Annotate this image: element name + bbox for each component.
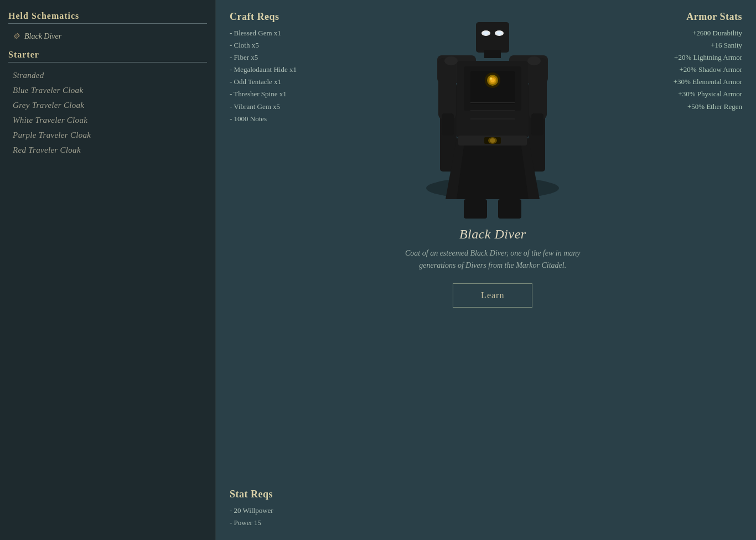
craft-stat-column: Craft Reqs - Blessed Gem x1 - Cloth x5 -…: [230, 11, 387, 529]
armor-stat-0: +2600 Durability: [598, 27, 742, 39]
svg-marker-24: [457, 138, 529, 199]
schematic-icon: ⚙: [13, 32, 20, 41]
svg-rect-19: [438, 58, 456, 119]
armor-stats-column: Armor Stats +2600 Durability +16 Sanity …: [598, 11, 742, 529]
armor-stat-2: +20% Lightning Armor: [598, 51, 742, 64]
craft-req-3: - Megalodaunt Hide x1: [230, 64, 387, 76]
right-panel: Craft Reqs - Blessed Gem x1 - Cloth x5 -…: [216, 0, 756, 540]
svg-point-34: [444, 56, 458, 65]
armor-stat-4: +30% Elemental Armor: [598, 76, 742, 88]
craft-req-6: - Vibrant Gem x5: [230, 101, 387, 113]
starter-divider: [8, 62, 207, 63]
character-preview-column: Black Diver Coat of an esteemed Black Di…: [398, 11, 587, 529]
list-item-blue-traveler-cloak[interactable]: Blue Traveler Cloak: [8, 83, 207, 98]
left-panel: Held Schematics ⚙ Black Diver Starter St…: [0, 0, 216, 540]
stat-req-1: - Power 15: [230, 517, 387, 529]
svg-point-28: [490, 138, 495, 143]
held-schematics-divider: [8, 23, 207, 24]
svg-point-12: [490, 77, 492, 80]
list-item-white-traveler-cloak[interactable]: White Traveler Cloak: [8, 113, 207, 128]
held-schematic-item-black-diver[interactable]: ⚙ Black Diver: [8, 29, 207, 43]
list-item-red-traveler-cloak[interactable]: Red Traveler Cloak: [8, 143, 207, 158]
item-info-bottom: Black Diver Coat of an esteemed Black Di…: [398, 227, 587, 308]
learn-button[interactable]: Learn: [453, 283, 532, 308]
craft-req-0: - Blessed Gem x1: [230, 27, 387, 39]
armor-stat-6: +50% Ether Regen: [598, 101, 742, 113]
list-item-purple-traveler-cloak[interactable]: Purple Traveler Cloak: [8, 128, 207, 143]
item-description: Coat of an esteemed Black Diver, one of …: [398, 247, 587, 272]
held-schematics-header: Held Schematics: [8, 11, 207, 21]
armor-stat-1: +16 Sanity: [598, 39, 742, 51]
stat-req-0: - 20 Willpower: [230, 505, 387, 517]
svg-rect-30: [498, 199, 521, 219]
craft-req-5: - Thresher Spine x1: [230, 88, 387, 100]
armor-stats-section: Armor Stats +2600 Durability +16 Sanity …: [598, 11, 742, 113]
armor-stats-title: Armor Stats: [598, 11, 742, 23]
character-preview: [398, 11, 587, 221]
list-item-grey-traveler-cloak[interactable]: Grey Traveler Cloak: [8, 98, 207, 113]
craft-reqs-section: Craft Reqs - Blessed Gem x1 - Cloth x5 -…: [230, 11, 387, 475]
character-svg: [398, 11, 587, 221]
svg-rect-29: [464, 199, 487, 219]
held-schematic-label: Black Diver: [24, 32, 61, 41]
svg-rect-2: [484, 50, 501, 58]
svg-rect-22: [531, 113, 543, 136]
svg-point-35: [527, 56, 541, 65]
craft-req-1: - Cloth x5: [230, 39, 387, 51]
svg-point-16: [496, 32, 502, 35]
starter-section: Starter Stranded Blue Traveler Cloak Gre…: [8, 50, 207, 158]
right-panel-inner: Craft Reqs - Blessed Gem x1 - Cloth x5 -…: [230, 11, 742, 529]
list-item-stranded[interactable]: Stranded: [8, 68, 207, 83]
held-schematics-section: Held Schematics ⚙ Black Diver: [8, 11, 207, 43]
stat-reqs-title: Stat Reqs: [230, 489, 387, 500]
armor-stat-5: +30% Physical Armor: [598, 88, 742, 100]
craft-reqs-title: Craft Reqs: [230, 11, 387, 23]
svg-rect-1: [476, 22, 509, 53]
item-title: Black Diver: [398, 227, 587, 242]
craft-req-2: - Fiber x5: [230, 51, 387, 64]
armor-stat-3: +20% Shadow Armor: [598, 64, 742, 76]
svg-rect-21: [529, 58, 547, 119]
stat-reqs-section: Stat Reqs - 20 Willpower - Power 15: [230, 489, 387, 529]
starter-header: Starter: [8, 50, 207, 60]
craft-req-7: - 1000 Notes: [230, 113, 387, 125]
svg-point-15: [483, 32, 489, 35]
svg-rect-20: [442, 113, 454, 136]
craft-req-4: - Odd Tentacle x1: [230, 76, 387, 88]
